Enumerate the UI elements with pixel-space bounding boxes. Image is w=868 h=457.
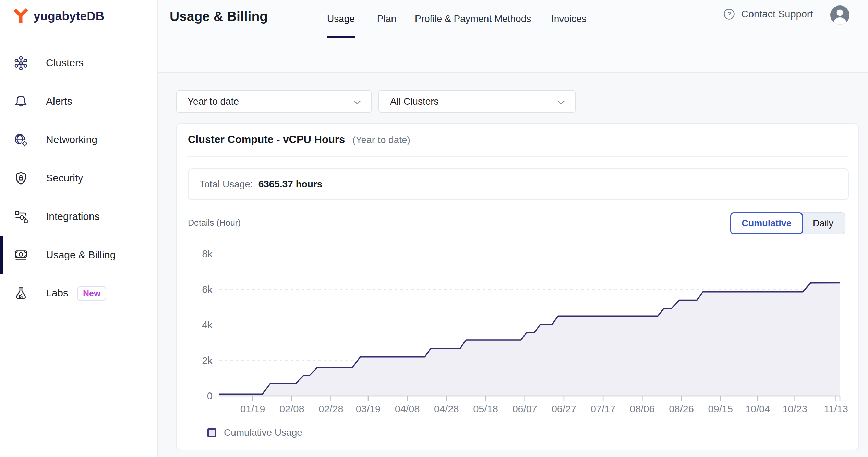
legend-marker bbox=[207, 428, 216, 437]
tab-usage[interactable]: Usage bbox=[327, 0, 355, 38]
usage-area-chart[interactable]: 02k4k6k8k01/1902/0802/2803/1904/0804/280… bbox=[186, 244, 854, 423]
y-axis-tick-label: 4k bbox=[202, 319, 213, 330]
card-divider bbox=[187, 156, 848, 157]
chevron-down-icon bbox=[557, 100, 565, 105]
sidebar-item-security[interactable]: Security bbox=[0, 159, 157, 197]
x-axis-tick-label: 02/28 bbox=[318, 403, 343, 414]
sidebar-item-label: Clusters bbox=[46, 57, 84, 69]
tab-invoices[interactable]: Invoices bbox=[551, 0, 587, 38]
y-axis-tick-label: 8k bbox=[202, 248, 213, 259]
y-axis-tick-label: 2k bbox=[202, 355, 213, 366]
banknote-icon bbox=[13, 247, 29, 263]
sidebar-item-alerts[interactable]: Alerts bbox=[0, 82, 157, 120]
avatar-icon bbox=[830, 5, 850, 25]
x-axis-tick-label: 06/27 bbox=[552, 403, 577, 414]
x-axis-tick-label: 04/08 bbox=[395, 403, 420, 414]
y-axis-tick-label: 6k bbox=[202, 284, 213, 295]
sidebar-item-label: Usage & Billing bbox=[46, 249, 116, 261]
sidebar-item-usage-billing[interactable]: Usage & Billing bbox=[0, 236, 157, 274]
total-usage-label: Total Usage: bbox=[200, 179, 253, 190]
clusters-icon bbox=[13, 55, 29, 71]
cluster-select[interactable]: All Clusters bbox=[378, 90, 576, 113]
flask-icon bbox=[13, 285, 29, 302]
chevron-down-icon bbox=[353, 100, 361, 105]
globe-gear-icon bbox=[13, 131, 29, 148]
sidebar-item-label: Integrations bbox=[46, 211, 100, 222]
contact-support-button[interactable]: ? Contact Support bbox=[723, 8, 813, 21]
sidebar-item-label: LabsNew bbox=[46, 286, 106, 301]
period-select-value: Year to date bbox=[188, 96, 239, 107]
sidebar-item-labs[interactable]: LabsNew bbox=[0, 274, 157, 313]
bell-icon bbox=[13, 93, 29, 109]
yugabytedb-logo-icon bbox=[13, 8, 29, 24]
y-axis-tick-label: 0 bbox=[207, 390, 213, 401]
sidebar-item-label: Alerts bbox=[46, 95, 72, 107]
x-axis-tick-label: 07/17 bbox=[591, 403, 616, 414]
page-title: Usage & Billing bbox=[170, 9, 268, 24]
period-select[interactable]: Year to date bbox=[176, 90, 372, 113]
details-label: Details (Hour) bbox=[188, 218, 241, 228]
tab-plan[interactable]: Plan bbox=[377, 0, 396, 38]
x-axis-tick-label: 10/04 bbox=[745, 403, 770, 414]
cluster-compute-card: Cluster Compute - vCPU Hours (Year to da… bbox=[176, 123, 859, 450]
x-axis-tick-label: 11/13 bbox=[824, 403, 848, 414]
total-usage-box: Total Usage: 6365.37 hours bbox=[188, 168, 849, 200]
yugabytedb-logo[interactable]: yugabyteDB bbox=[13, 8, 104, 24]
x-axis-tick-label: 04/28 bbox=[434, 403, 459, 414]
sidebar-item-integrations[interactable]: Integrations bbox=[0, 197, 157, 236]
cluster-select-value: All Clusters bbox=[390, 96, 439, 107]
card-title: Cluster Compute - vCPU Hours bbox=[188, 133, 345, 146]
sidebar-item-label: Networking bbox=[46, 134, 97, 145]
series-area-fill bbox=[219, 283, 840, 396]
x-axis-tick-label: 09/15 bbox=[708, 403, 733, 414]
contact-support-label: Contact Support bbox=[741, 9, 813, 20]
view-mode-toggle: Cumulative Daily bbox=[730, 212, 845, 234]
x-axis-tick-label: 02/08 bbox=[279, 403, 304, 414]
shield-lock-icon bbox=[13, 170, 29, 186]
x-axis-tick-label: 06/07 bbox=[512, 403, 537, 414]
x-axis-tick-label: 08/06 bbox=[630, 403, 655, 414]
sidebar-item-label: Security bbox=[46, 172, 83, 184]
billing-tabbar bbox=[158, 34, 868, 73]
x-axis-tick-label: 01/19 bbox=[240, 403, 265, 414]
sidebar-item-clusters[interactable]: Clusters bbox=[0, 44, 157, 82]
user-avatar[interactable] bbox=[830, 5, 850, 25]
total-usage-value: 6365.37 hours bbox=[258, 179, 323, 190]
card-subtitle: (Year to date) bbox=[352, 134, 410, 145]
active-indicator bbox=[0, 236, 3, 274]
brand-name: yugabyteDB bbox=[34, 9, 104, 23]
chart-legend-item[interactable]: Cumulative Usage bbox=[207, 427, 302, 438]
toggle-daily[interactable]: Daily bbox=[801, 212, 845, 234]
new-badge: New bbox=[77, 286, 106, 301]
legend-label: Cumulative Usage bbox=[224, 427, 302, 438]
integrations-icon bbox=[13, 208, 29, 225]
help-icon: ? bbox=[723, 8, 736, 21]
sidebar: yugabyteDB Clusters Alerts bbox=[0, 0, 158, 457]
toggle-cumulative[interactable]: Cumulative bbox=[730, 212, 803, 234]
tab-profile-payment-methods[interactable]: Profile & Payment Methods bbox=[415, 0, 531, 38]
sidebar-item-networking[interactable]: Networking bbox=[0, 120, 157, 159]
svg-text:?: ? bbox=[727, 11, 731, 18]
x-axis-tick-label: 05/18 bbox=[473, 403, 498, 414]
x-axis-tick-label: 10/23 bbox=[782, 403, 807, 414]
x-axis-tick-label: 03/19 bbox=[356, 403, 381, 414]
x-axis-tick-label: 08/26 bbox=[669, 403, 694, 414]
